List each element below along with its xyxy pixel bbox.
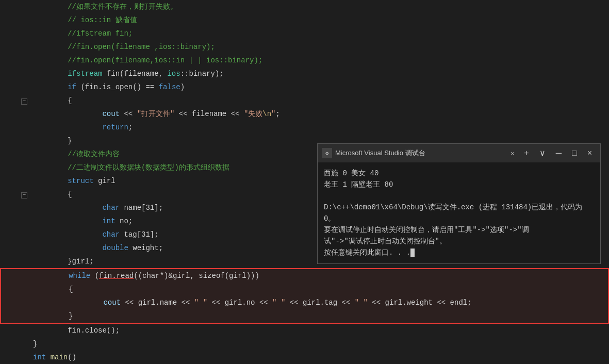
code-line: cout << "打开文件" << filename << "失败\n"; [0,107,609,121]
comment-text: //fin.open(filename ,ios::binary); [33,43,215,51]
terminal-output-line1: 西施 0 美女 40 [324,168,594,179]
terminal-close-button[interactable]: × [583,144,596,162]
line-text: fin.close(); [28,324,609,337]
fold-icon[interactable]: − [21,192,27,198]
line-text: //ifstream fin; [28,27,609,40]
terminal-minimize-button[interactable]: ─ [552,144,566,162]
comment-text: //ifstream fin; [33,29,133,38]
line-text: //fin.open(filename ,ios::binary); [28,40,609,54]
line-text: int main() [28,351,609,364]
line-text: ifstream fin(filename, ios::binary); [28,67,609,80]
fold-icon[interactable]: − [21,98,27,105]
line-text: if (fin.is_open() == false) [28,80,609,94]
code-line: // ios::in 缺省值 [0,13,609,27]
terminal-output-line2: 老王 1 隔壁老王 80 [324,179,594,190]
line-text: //如果文件不存在，则打开失败。 [28,0,609,13]
terminal-body: 西施 0 美女 40 老王 1 隔壁老王 80 D:\c++\demo01\x6… [318,162,600,263]
terminal-title: Microsoft Visual Studio 调试台 [335,148,425,158]
line-text: } [29,309,608,323]
terminal-output-line7: 按任意键关闭此窗口. . . [324,247,594,258]
code-line: { [0,283,609,296]
line-text: } [28,337,609,351]
terminal-window-buttons: + ∨ ─ □ × [520,144,596,162]
terminal-tab-icon: ⚙ [322,148,332,158]
code-line: } [0,337,609,351]
line-text: // ios::in 缺省值 [28,13,609,27]
line-text: cout << girl.name << " " << girl.no << "… [29,296,608,309]
code-line: if (fin.is_open() == false) [0,80,609,94]
terminal-output-line4: D:\c++\demo01\x64\Debug\读写文件.exe (进程 131… [324,202,594,224]
comment-text: //如果文件不存在，则打开失败。 [33,3,177,11]
code-line-while: while (fin.read((char*)&girl, sizeof(gir… [0,268,609,283]
terminal-maximize-button[interactable]: □ [568,144,581,162]
terminal-add-button[interactable]: + [520,144,533,162]
code-line: cout << girl.name << " " << girl.no << "… [0,296,609,309]
code-line: //如果文件不存在，则打开失败。 [0,0,609,13]
terminal-tab-label: Microsoft Visual Studio 调试台 [335,148,505,158]
terminal-titlebar: ⚙ Microsoft Visual Studio 调试台 ✕ + ∨ ─ □ … [318,144,600,162]
comment-text: //fin.open(filename,ios::in | | ios::bin… [33,56,262,64]
line-text: { [29,283,608,296]
terminal-output-line5: 要在调试停止时自动关闭控制台，请启用"工具"->"选项"->"调 [324,224,594,236]
terminal-cursor [410,249,415,257]
line-text: return; [28,121,609,134]
comment-text: // ios::in 缺省值 [33,16,137,24]
terminal-dropdown-button[interactable]: ∨ [535,144,550,162]
code-line: return; [0,121,609,134]
code-line: int main() [0,351,609,364]
code-line: //fin.open(filename ,ios::binary); [0,40,609,54]
code-line: } [0,309,609,324]
terminal-output-line3 [324,190,594,202]
code-line: //fin.open(filename,ios::in | | ios::bin… [0,54,609,67]
code-line: //ifstream fin; [0,27,609,40]
while-line-text: while (fin.read((char*)&girl, sizeof(gir… [29,269,608,283]
terminal-tab-close[interactable]: ✕ [508,149,517,158]
terminal-window: ⚙ Microsoft Visual Studio 调试台 ✕ + ∨ ─ □ … [317,143,601,264]
line-text: cout << "打开文件" << filename << "失败\n"; [28,107,609,121]
code-line: ifstream fin(filename, ios::binary); [0,67,609,80]
code-line: − { [0,94,609,107]
terminal-output-line6: 试"->"调试停止时自动关闭控制台"。 [324,236,594,247]
keyword-ifstream: ifstream [68,70,102,78]
code-line: fin.close(); [0,324,609,337]
line-text: //fin.open(filename,ios::in | | ios::bin… [28,54,609,67]
code-editor: //如果文件不存在，则打开失败。 // ios::in 缺省值 //ifstre… [0,0,609,364]
line-text: { [28,94,609,107]
